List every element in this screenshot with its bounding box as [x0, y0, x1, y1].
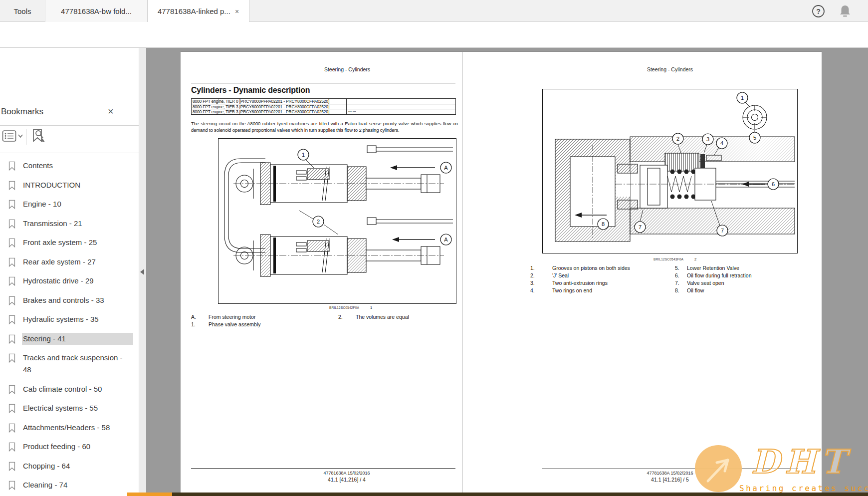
bookmark-options-icon[interactable] [2, 130, 24, 143]
acrobat-window: Tools 47781638A-bw fold... 47781638A-lin… [0, 0, 868, 496]
bookmark-flag-icon [7, 442, 16, 452]
legend-text: Two anti-extrusion rings [552, 280, 608, 286]
bookmark-item-attachments[interactable]: Attachments/Headers - 58 [0, 422, 139, 434]
bookmark-item-engine[interactable]: Engine - 10 [0, 198, 139, 210]
find-bookmark-icon[interactable] [30, 128, 47, 145]
bookmark-item-rear-axle[interactable]: Rear axle system - 27 [0, 256, 139, 268]
bookmark-flag-icon [7, 257, 16, 267]
bookmark-label: Electrical systems - 55 [23, 402, 129, 414]
bookmark-item-product-feeding[interactable]: Product feeding - 60 [0, 441, 139, 453]
right-page-figure: 1 2 3 4 5 6 7 7 8 [542, 89, 798, 253]
bookmark-flag-icon [7, 423, 16, 433]
divider [26, 129, 26, 145]
bookmark-item-contents[interactable]: Contents [0, 160, 139, 172]
bookmark-item-chopping[interactable]: Chopping - 64 [0, 460, 139, 472]
bookmark-label: Contents [23, 160, 129, 172]
bookmark-label: Rear axle system - 27 [23, 256, 129, 268]
bookmark-flag-icon [7, 295, 16, 306]
right-figure-caption: BRIL12SC0543F0A2 [653, 257, 696, 261]
bookmark-item-cab-climate[interactable]: Cab climate control - 50 [0, 383, 139, 395]
table-cell-note: --- --- [347, 109, 356, 114]
bookmark-item-cleaning[interactable]: Cleaning - 74 [0, 479, 139, 491]
bookmark-item-electrical[interactable]: Electrical systems - 55 [0, 402, 139, 414]
bookmark-label: Hydraulic systems - 35 [23, 313, 129, 325]
close-tab-icon[interactable]: × [235, 7, 239, 15]
callout-5: 5 [753, 135, 756, 141]
collapse-panel-icon[interactable] [140, 269, 144, 275]
bookmark-flag-icon [7, 199, 16, 210]
bookmark-item-tracks[interactable]: Tracks and track suspension - 48 [0, 352, 139, 376]
bookmark-label: INTRODUCTION [23, 179, 129, 191]
left-figure-drawing: 1 2 A A [218, 139, 455, 303]
bookmark-label: Product feeding - 60 [23, 441, 129, 453]
callout-A-bottom: A [444, 237, 448, 243]
legend-text: Phase valve assembly [209, 321, 260, 327]
legend-key: 8. [675, 287, 679, 293]
divider [0, 125, 139, 126]
bookmark-flag-icon [7, 180, 16, 191]
bookmark-flag-icon [7, 314, 16, 325]
tab-document-2-active[interactable]: 47781638A-linked p... × [147, 0, 249, 22]
toolbar: / 1025 [0, 22, 868, 48]
legend-text: The volumes are equal [356, 314, 409, 320]
rule [191, 83, 455, 83]
watermark-tagline: Sharing creates success [739, 484, 868, 493]
tab-document-1-label: 47781638A-bw fold... [61, 7, 132, 15]
bookmark-flag-icon [7, 276, 16, 286]
legend-text: Valve seat open [687, 280, 724, 286]
bookmark-item-hydrostatic-drive[interactable]: Hydrostatic drive - 29 [0, 275, 139, 287]
watermark-brand: DHT [743, 440, 858, 485]
bookmark-flag-icon [7, 480, 16, 491]
bookmark-item-front-axle[interactable]: Front axle system - 25 [0, 237, 139, 248]
legend-text: Oil flow during full retraction [687, 272, 752, 278]
legend-key: 2. [338, 314, 343, 320]
bookmark-flag-icon [7, 334, 16, 344]
bookmark-label: Chopping - 64 [23, 460, 129, 472]
callout-4: 4 [720, 140, 723, 146]
legend-key: 7. [675, 280, 679, 286]
bookmark-list: Contents INTRODUCTION Engine - 10 Transm… [0, 160, 139, 496]
bookmarks-panel: Bookmarks × [0, 48, 139, 496]
left-page-footer-page: 41.1 [41.216] / 4 [292, 477, 402, 483]
bookmark-item-transmission[interactable]: Transmission - 21 [0, 218, 139, 230]
page-divider [462, 52, 463, 496]
figure-code: BRIL12SC0543F0A [653, 257, 683, 261]
left-page-footer-doc: 47781638A 15/02/2016 [292, 471, 402, 476]
figure-number: 1 [370, 305, 372, 310]
legend-key: 5. [675, 265, 679, 271]
bookmark-flag-icon [7, 238, 16, 248]
bottom-bar-accent [127, 493, 172, 496]
bookmark-item-steering-selected[interactable]: Steering - 41 [0, 333, 139, 345]
table-cell: 8000 FPT engine, TIER 3 [PRCY8000PFPA022… [192, 109, 347, 114]
bookmark-flag-icon [7, 403, 16, 414]
help-icon[interactable]: ? [812, 4, 825, 18]
callout-2: 2 [676, 136, 679, 142]
legend-text: Two rings on end [552, 287, 592, 293]
right-page-header: Steering - Cylinders [620, 66, 720, 72]
left-page-title: Cylinders - Dynamic description [191, 86, 310, 95]
bookmark-item-brakes[interactable]: Brakes and controls - 33 [0, 294, 139, 306]
bookmark-label: Engine - 10 [23, 198, 129, 210]
bookmark-label: Cleaning - 74 [23, 479, 129, 491]
bookmark-item-hydraulic-systems[interactable]: Hydraulic systems - 35 [0, 313, 139, 325]
svg-text:?: ? [816, 7, 821, 15]
legend-key: 3. [530, 280, 535, 286]
callout-7b: 7 [721, 228, 724, 234]
bookmark-flag-icon [7, 384, 16, 395]
table-row: 8000 FPT engine, TIER 3 [PRCY8000PFPA022… [191, 109, 456, 115]
bookmark-item-introduction[interactable]: INTRODUCTION [0, 179, 139, 191]
callout-2: 2 [317, 219, 320, 225]
bookmark-label: Attachments/Headers - 58 [23, 422, 129, 434]
notifications-bell-icon[interactable] [839, 4, 852, 18]
legend-key: 1. [530, 265, 535, 271]
bookmark-label: Brakes and controls - 33 [23, 294, 129, 306]
legend-key: A. [191, 314, 196, 320]
bookmark-label: Steering - 41 [22, 333, 133, 345]
bookmark-label: Front axle system - 25 [23, 237, 129, 248]
left-page-header: Steering - Cylinders [297, 66, 397, 72]
table-cell: 8000 FPT engine, TIER 3 [PRCY8000PFPA022… [192, 104, 347, 109]
close-bookmarks-icon[interactable]: × [108, 106, 114, 117]
tab-document-1[interactable]: 47781638A-bw fold... [45, 0, 147, 22]
legend-text: Oil flow [687, 287, 704, 293]
tab-tools[interactable]: Tools [0, 0, 45, 22]
